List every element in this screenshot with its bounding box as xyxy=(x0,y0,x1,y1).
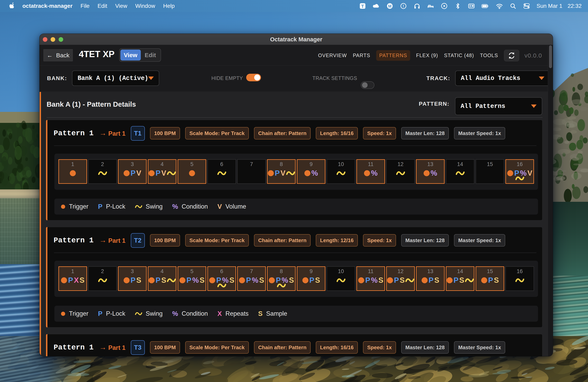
svg-text:!: ! xyxy=(403,4,404,8)
svg-text:M: M xyxy=(388,4,391,8)
svg-text:T: T xyxy=(361,4,364,9)
